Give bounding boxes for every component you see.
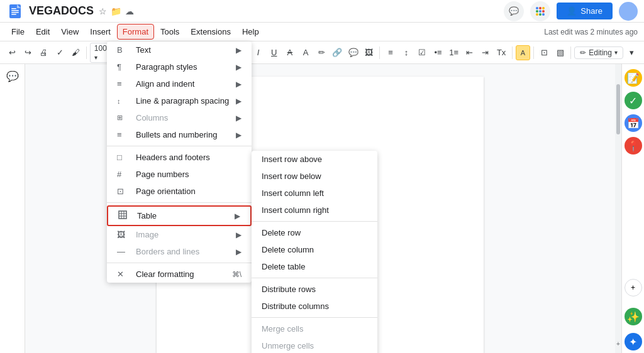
checklist-button[interactable]: ☑ [415, 45, 430, 60]
svg-point-13 [539, 13, 541, 16]
format-menu-item-align-indent[interactable]: ≡ Align and indent ▶ [107, 75, 252, 92]
borders-arrow: ▶ [236, 247, 242, 256]
tasks-button[interactable]: ✓ [625, 92, 642, 109]
table-insert-column-left[interactable]: Insert column left [252, 185, 377, 202]
text-submenu-arrow: ▶ [236, 46, 242, 55]
format-menu-item-paragraph-styles[interactable]: ¶ Paragraph styles ▶ [107, 58, 252, 75]
title-bar: VEGADOCS ☆ 📁 ☁ 💬 👤 Share [0, 0, 644, 23]
chat-button[interactable]: 💬 [504, 1, 524, 21]
table-submenu-dropdown: Insert row above Insert row below Insert… [252, 151, 377, 353]
google-apps-button[interactable] [530, 1, 550, 21]
comment-button[interactable]: 💬 [346, 45, 360, 60]
scroll-plus-button[interactable]: + [615, 337, 621, 350]
docs-logo-icon [6, 3, 24, 20]
table-delete-column[interactable]: Delete column [252, 241, 377, 258]
menu-help[interactable]: Help [237, 24, 264, 39]
last-edit-text: Last edit was 2 minutes ago [544, 28, 638, 36]
format-menu-item-headers-footers[interactable]: □ Headers and footers [107, 149, 252, 166]
format-menu-item-line-spacing[interactable]: ↕ Line & paragraph spacing ▶ [107, 92, 252, 109]
print-button[interactable]: 🖨 [36, 45, 51, 60]
zoom-dropdown-icon: ▾ [94, 54, 97, 61]
redo-button[interactable]: ↪ [21, 45, 35, 60]
strikethrough-button[interactable]: A [282, 45, 297, 60]
table-submenu-divider-1 [252, 221, 377, 222]
table-submenu-divider-3 [252, 317, 377, 318]
right-sidebar: 📝 ✓ 📅 📍 + ✨ ✦ [621, 64, 644, 353]
image-arrow: ▶ [236, 231, 242, 239]
borders-lines-icon: — [117, 247, 130, 256]
table-distribute-columns[interactable]: Distribute columns [252, 298, 377, 315]
format-menu-item-clear-formatting[interactable]: ✕ Clear formatting ⌘\ [107, 266, 252, 283]
format-menu-item-bullets[interactable]: ≡ Bullets and numbering ▶ [107, 126, 252, 143]
format-menu-item-text[interactable]: B Text ▶ [107, 41, 252, 58]
menu-bar: File Edit View Insert Format Tools Exten… [0, 23, 644, 41]
menu-insert[interactable]: Insert [85, 24, 116, 39]
table-delete-row[interactable]: Delete row [252, 224, 377, 241]
image-button[interactable]: 🖼 [362, 45, 376, 60]
collapse-toolbar-button[interactable]: ▾ [625, 45, 639, 60]
text-color-button[interactable]: A [299, 45, 313, 60]
explore-button[interactable]: ✦ [625, 333, 642, 350]
link-button[interactable]: 🔗 [330, 45, 345, 60]
user-avatar[interactable] [619, 2, 638, 21]
share-button[interactable]: 👤 Share [557, 3, 613, 19]
table-merge-cells: Merge cells [252, 320, 377, 337]
maps-button[interactable]: 📍 [625, 137, 642, 155]
menu-format[interactable]: Format [117, 24, 154, 40]
menu-extensions[interactable]: Extensions [186, 24, 236, 39]
undo-button[interactable]: ↩ [5, 45, 19, 60]
text-highlight-button[interactable]: A [516, 45, 530, 60]
line-spacing-button[interactable]: ↕ [399, 45, 414, 60]
format-menu-divider-3 [107, 263, 252, 263]
table-distribute-rows[interactable]: Distribute rows [252, 281, 377, 298]
svg-point-9 [536, 10, 538, 13]
border-button[interactable]: ⊡ [537, 45, 552, 60]
highlight-color-button[interactable]: ✏ [314, 45, 329, 60]
table-insert-column-right[interactable]: Insert column right [252, 202, 377, 219]
format-menu-item-table[interactable]: Table ▶ [107, 205, 252, 226]
menu-edit[interactable]: Edit [31, 24, 55, 39]
calendar-button[interactable]: 📅 [625, 114, 642, 132]
share-label: Share [580, 6, 602, 16]
cloud-icon[interactable]: ☁ [125, 6, 134, 16]
svg-point-12 [536, 13, 538, 16]
table-delete-table[interactable]: Delete table [252, 258, 377, 275]
menu-tools[interactable]: Tools [155, 24, 184, 39]
spellcheck-button[interactable]: ✓ [53, 45, 67, 60]
format-menu-item-page-orientation[interactable]: ⊡ Page orientation [107, 183, 252, 200]
table-insert-row-below[interactable]: Insert row below [252, 168, 377, 185]
image-menu-icon: 🖼 [117, 230, 130, 239]
menu-file[interactable]: File [6, 24, 30, 39]
paint-format-button[interactable]: 🖌 [69, 45, 83, 60]
clear-formatting-tb-button[interactable]: Tx [494, 45, 509, 60]
expand-sidebar-button[interactable]: + [625, 279, 642, 296]
scrollbar[interactable]: + [615, 64, 621, 353]
underline-button[interactable]: U [267, 45, 281, 60]
svg-point-11 [542, 10, 545, 13]
decrease-indent-button[interactable]: ⇤ [462, 45, 477, 60]
align-button[interactable]: ≡ [383, 45, 397, 60]
italic-button[interactable]: I [251, 45, 265, 60]
star-icon[interactable]: ☆ [99, 6, 107, 16]
share-icon: 👤 [567, 6, 577, 16]
paragraph-styles-arrow: ▶ [236, 63, 242, 72]
toolbar: ↩ ↪ 🖨 ✓ 🖌 100% ▾ Normal text ▾ Arial ▾ 1… [0, 41, 644, 64]
keep-notes-button[interactable]: 📝 [625, 69, 642, 87]
svg-point-8 [542, 7, 545, 9]
scrollbar-thumb[interactable] [616, 84, 620, 134]
format-menu-item-page-numbers[interactable]: # Page numbers [107, 166, 252, 183]
bullet-list-button[interactable]: •≡ [431, 45, 445, 60]
left-sidebar: 💬 [0, 64, 25, 353]
format-menu-divider-2 [107, 202, 252, 203]
gemini-button[interactable]: ✨ [625, 308, 642, 325]
table-insert-row-above[interactable]: Insert row above [252, 151, 377, 168]
menu-view[interactable]: View [56, 24, 84, 39]
svg-point-10 [539, 10, 541, 13]
numbered-list-button[interactable]: 1≡ [447, 45, 461, 60]
shading-button[interactable]: ▧ [553, 45, 567, 60]
editing-mode-button[interactable]: ✏ Editing ▾ [574, 46, 623, 59]
move-icon[interactable]: 📁 [111, 6, 121, 16]
increase-indent-button[interactable]: ⇥ [478, 45, 492, 60]
format-menu-item-borders-lines: — Borders and lines ▶ [107, 243, 252, 260]
comment-indicator[interactable]: 💬 [6, 70, 19, 83]
